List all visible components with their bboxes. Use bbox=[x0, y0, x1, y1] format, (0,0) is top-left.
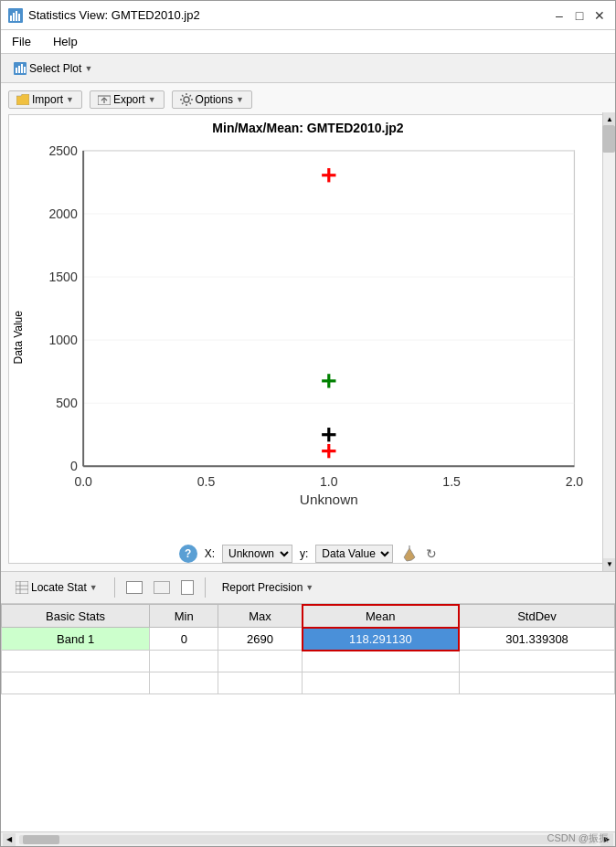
y-control-label: y: bbox=[300, 547, 308, 560]
col-header-stddev: StdDev bbox=[459, 605, 615, 628]
svg-text:0: 0 bbox=[70, 459, 78, 473]
svg-text:1000: 1000 bbox=[48, 333, 77, 347]
col-header-min: Min bbox=[150, 605, 218, 628]
empty-cell-5 bbox=[459, 651, 615, 672]
x-control-label: X: bbox=[205, 547, 215, 560]
paint-bucket-icon[interactable] bbox=[400, 545, 419, 563]
svg-rect-13 bbox=[83, 151, 574, 466]
svg-rect-44 bbox=[16, 581, 28, 594]
title-controls: – □ ✕ bbox=[551, 7, 608, 24]
svg-rect-6 bbox=[16, 68, 17, 73]
scroll-down-arrow[interactable]: ▼ bbox=[603, 558, 615, 571]
svg-text:2500: 2500 bbox=[48, 143, 77, 158]
import-label: Import bbox=[32, 93, 63, 106]
svg-rect-8 bbox=[21, 64, 23, 73]
stats-table: Basic Stats Min Max Mean StdDev Band 1 0… bbox=[1, 604, 615, 695]
icon-button-3[interactable] bbox=[179, 578, 196, 597]
cell-mean[interactable]: 118.291130 bbox=[303, 628, 459, 651]
svg-point-12 bbox=[184, 97, 189, 102]
cell-stddev: 301.339308 bbox=[459, 628, 615, 651]
export-button[interactable]: Export ▼ bbox=[90, 90, 165, 109]
select-plot-arrow: ▼ bbox=[84, 64, 92, 73]
minimize-button[interactable]: – bbox=[551, 7, 568, 24]
plot-svg: 0 500 1000 1500 2000 2500 0.0 0.5 1.0 bbox=[37, 141, 598, 512]
locate-stat-button[interactable]: Locate Stat ▼ bbox=[8, 578, 105, 597]
menu-bar: File Help bbox=[1, 30, 615, 54]
empty-row-1 bbox=[2, 651, 615, 672]
icon-button-2[interactable] bbox=[152, 579, 172, 596]
chart-controls: ? X: Unknown y: Data Value bbox=[9, 539, 607, 568]
cell-min: 0 bbox=[150, 628, 218, 651]
import-arrow: ▼ bbox=[66, 95, 74, 104]
toolbar-separator-1 bbox=[114, 577, 115, 598]
svg-text:500: 500 bbox=[56, 396, 78, 410]
y-axis-select[interactable]: Data Value bbox=[315, 545, 393, 563]
scroll-up-arrow[interactable]: ▲ bbox=[603, 112, 615, 125]
chart-scrollbar[interactable]: ▲ ▼ bbox=[602, 112, 615, 571]
title-left: Statistics View: GMTED2010.jp2 bbox=[8, 8, 200, 23]
chart-small-icon bbox=[14, 62, 27, 75]
chart-title: Min/Max/Mean: GMTED2010.jp2 bbox=[9, 115, 607, 137]
close-button[interactable]: ✕ bbox=[591, 7, 608, 24]
scroll-track bbox=[19, 835, 597, 844]
svg-text:0.0: 0.0 bbox=[74, 474, 92, 489]
y-axis-label: Data Value bbox=[9, 137, 27, 539]
svg-rect-4 bbox=[18, 14, 20, 21]
empty-cell-4 bbox=[303, 651, 459, 672]
refresh-button[interactable]: ↻ bbox=[426, 546, 437, 561]
svg-rect-2 bbox=[13, 13, 15, 21]
report-precision-button[interactable]: Report Precision ▼ bbox=[215, 578, 322, 597]
empty-row-2 bbox=[2, 672, 615, 694]
plot-area: Import ▼ Export ▼ bbox=[1, 83, 615, 571]
select-plot-label: Select Plot bbox=[29, 62, 81, 75]
import-button[interactable]: Import ▼ bbox=[8, 90, 82, 109]
icon-button-1[interactable] bbox=[124, 579, 144, 596]
grid-light-icon bbox=[154, 581, 170, 594]
export-arrow: ▼ bbox=[148, 95, 156, 104]
options-label: Options bbox=[196, 93, 233, 106]
help-button[interactable]: ? bbox=[179, 545, 197, 563]
export-label: Export bbox=[113, 93, 145, 106]
export-icon bbox=[98, 94, 111, 105]
locate-stat-label: Locate Stat bbox=[31, 581, 87, 594]
svg-text:1.0: 1.0 bbox=[320, 474, 338, 489]
options-button[interactable]: Options ▼ bbox=[172, 90, 252, 109]
menu-help[interactable]: Help bbox=[49, 33, 81, 50]
svg-text:2.0: 2.0 bbox=[566, 474, 584, 489]
main-window: Statistics View: GMTED2010.jp2 – □ ✕ Fil… bbox=[0, 0, 616, 847]
select-plot-button[interactable]: Select Plot ▼ bbox=[8, 59, 98, 78]
empty-cell-10 bbox=[459, 672, 615, 694]
stat-toolbar: Locate Stat ▼ Report Precision ▼ bbox=[1, 571, 615, 604]
locate-stat-arrow: ▼ bbox=[90, 583, 98, 592]
svg-rect-1 bbox=[10, 16, 12, 21]
table-container: Basic Stats Min Max Mean StdDev Band 1 0… bbox=[1, 604, 615, 831]
restore-button[interactable]: □ bbox=[571, 7, 588, 24]
folder-icon bbox=[16, 94, 29, 105]
main-content: Import ▼ Export ▼ bbox=[1, 83, 615, 846]
grid-icon bbox=[126, 581, 143, 594]
bottom-scrollbar[interactable]: ◀ ▶ bbox=[1, 831, 615, 846]
scroll-thumb-h[interactable] bbox=[23, 835, 59, 844]
chart-container: Min/Max/Mean: GMTED2010.jp2 Data Value bbox=[8, 114, 608, 564]
chart-inner: Data Value bbox=[9, 137, 607, 539]
menu-file[interactable]: File bbox=[8, 33, 35, 50]
report-precision-label: Report Precision bbox=[222, 581, 303, 594]
svg-text:1500: 1500 bbox=[48, 270, 77, 284]
scroll-left-arrow[interactable]: ◀ bbox=[3, 833, 16, 846]
empty-cell-1 bbox=[2, 651, 150, 672]
gear-icon bbox=[180, 93, 193, 106]
empty-cell-3 bbox=[218, 651, 303, 672]
scroll-thumb[interactable] bbox=[602, 125, 615, 153]
svg-rect-9 bbox=[24, 67, 26, 73]
col-header-basic-stats: Basic Stats bbox=[2, 605, 150, 628]
x-axis-select[interactable]: Unknown bbox=[222, 545, 292, 563]
svg-text:1.5: 1.5 bbox=[442, 474, 461, 489]
options-arrow: ▼ bbox=[236, 95, 244, 104]
table-row: Band 1 0 2690 118.291130 301.339308 bbox=[2, 628, 615, 651]
svg-text:2000: 2000 bbox=[48, 206, 77, 221]
chart-plot-area: 0 500 1000 1500 2000 2500 0.0 0.5 1.0 bbox=[27, 137, 607, 539]
empty-cell-8 bbox=[218, 672, 303, 694]
window-title: Statistics View: GMTED2010.jp2 bbox=[28, 8, 200, 22]
plot-toolbar: Import ▼ Export ▼ bbox=[8, 90, 608, 109]
svg-text:0.5: 0.5 bbox=[197, 474, 216, 489]
